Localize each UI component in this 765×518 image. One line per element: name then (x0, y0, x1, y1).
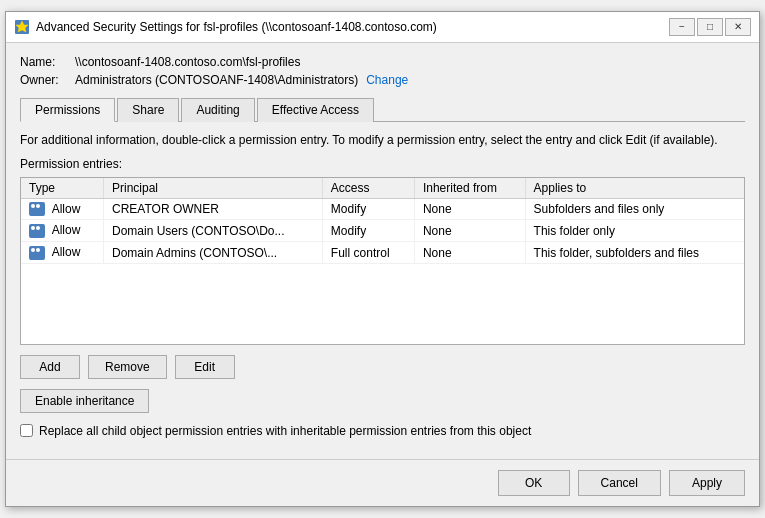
row3-applies: This folder, subfolders and files (525, 242, 744, 264)
name-label: Name: (20, 55, 75, 69)
remove-button[interactable]: Remove (88, 355, 167, 379)
col-principal: Principal (104, 178, 323, 199)
col-inherited-from: Inherited from (414, 178, 525, 199)
change-link[interactable]: Change (366, 73, 408, 87)
replace-checkbox-row: Replace all child object permission entr… (20, 423, 745, 440)
row2-access: Modify (322, 220, 414, 242)
info-text: For additional information, double-click… (20, 132, 745, 149)
row2-inherited: None (414, 220, 525, 242)
maximize-button[interactable]: □ (697, 18, 723, 36)
add-button[interactable]: Add (20, 355, 80, 379)
row3-principal: Domain Admins (CONTOSO\... (104, 242, 323, 264)
col-type: Type (21, 178, 104, 199)
col-applies-to: Applies to (525, 178, 744, 199)
user-icon (29, 246, 45, 260)
table-row[interactable]: Allow Domain Admins (CONTOSO\... Full co… (21, 242, 744, 264)
tab-permissions[interactable]: Permissions (20, 98, 115, 122)
row1-applies: Subfolders and files only (525, 198, 744, 220)
row3-inherited: None (414, 242, 525, 264)
owner-label: Owner: (20, 73, 75, 87)
permissions-table-container[interactable]: Type Principal Access Inherited from App… (20, 177, 745, 345)
table-header-row: Type Principal Access Inherited from App… (21, 178, 744, 199)
close-button[interactable]: ✕ (725, 18, 751, 36)
owner-row: Owner: Administrators (CONTOSOANF-1408\A… (20, 73, 745, 87)
cancel-button[interactable]: Cancel (578, 470, 661, 496)
row1-type: Allow (21, 198, 104, 220)
table-row[interactable]: Allow Domain Users (CONTOSO\Do... Modify… (21, 220, 744, 242)
tab-auditing[interactable]: Auditing (181, 98, 254, 122)
user-icon (29, 224, 45, 238)
row3-access: Full control (322, 242, 414, 264)
content-area: Name: \\contosoanf-1408.contoso.com\fsl-… (6, 43, 759, 452)
ok-button[interactable]: OK (498, 470, 570, 496)
col-access: Access (322, 178, 414, 199)
name-row: Name: \\contosoanf-1408.contoso.com\fsl-… (20, 55, 745, 69)
title-controls: − □ ✕ (669, 18, 751, 36)
title-bar: Advanced Security Settings for fsl-profi… (6, 12, 759, 43)
window-title: Advanced Security Settings for fsl-profi… (36, 20, 669, 34)
replace-permissions-checkbox[interactable] (20, 424, 33, 437)
row2-principal: Domain Users (CONTOSO\Do... (104, 220, 323, 242)
tab-share[interactable]: Share (117, 98, 179, 122)
table-row[interactable]: Allow CREATOR OWNER Modify None Subfolde… (21, 198, 744, 220)
row1-inherited: None (414, 198, 525, 220)
tab-bar: Permissions Share Auditing Effective Acc… (20, 97, 745, 122)
edit-button[interactable]: Edit (175, 355, 235, 379)
footer: OK Cancel Apply (6, 459, 759, 506)
tab-effective-access[interactable]: Effective Access (257, 98, 374, 122)
row2-type: Allow (21, 220, 104, 242)
replace-permissions-label: Replace all child object permission entr… (39, 423, 531, 440)
owner-value: Administrators (CONTOSOANF-1408\Administ… (75, 73, 358, 87)
permissions-table: Type Principal Access Inherited from App… (21, 178, 744, 264)
row2-applies: This folder only (525, 220, 744, 242)
main-window: Advanced Security Settings for fsl-profi… (5, 11, 760, 508)
inherit-row: Enable inheritance (20, 389, 745, 413)
action-buttons: Add Remove Edit (20, 355, 745, 379)
row1-access: Modify (322, 198, 414, 220)
apply-button[interactable]: Apply (669, 470, 745, 496)
window-icon (14, 19, 30, 35)
row3-type: Allow (21, 242, 104, 264)
row1-principal: CREATOR OWNER (104, 198, 323, 220)
user-icon (29, 202, 45, 216)
name-value: \\contosoanf-1408.contoso.com\fsl-profil… (75, 55, 300, 69)
section-label: Permission entries: (20, 157, 745, 171)
minimize-button[interactable]: − (669, 18, 695, 36)
enable-inheritance-button[interactable]: Enable inheritance (20, 389, 149, 413)
